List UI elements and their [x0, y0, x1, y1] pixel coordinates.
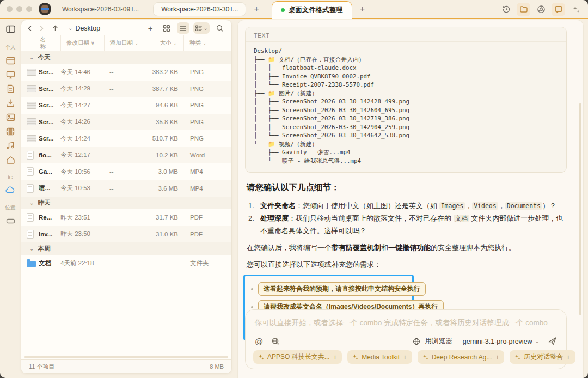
- applications-icon[interactable]: [6, 53, 15, 68]
- option-confirm-chinese-button[interactable]: 这看起来符合我的预期，请直接按此中文结构安全执行: [258, 282, 426, 296]
- doc-file-icon: [27, 184, 34, 193]
- combo-chip-media-toolkit[interactable]: Media Toolkit+: [347, 350, 412, 364]
- list-item: 1. 文件夹命名：您倾向于使用中文（如上图）还是英文（如 Images，Vide…: [248, 200, 567, 212]
- file-add: --: [104, 168, 148, 175]
- message-input[interactable]: 你可以直接开始，或者选择一个 combo 完成特定任务，或者将历史对话整理成一个…: [245, 309, 567, 369]
- add-icon[interactable]: +: [144, 22, 157, 34]
- file-row[interactable]: 喷...今天 10:53--3.6 MBMP4: [21, 180, 231, 197]
- pictures-icon[interactable]: [6, 110, 15, 124]
- item-count: 11 个项目: [29, 363, 54, 371]
- finder-card: ⌄ Desktop + ⌄ 名称 修改日期∨ 添加日期⌄: [21, 20, 232, 374]
- file-name: 喷...: [39, 184, 60, 192]
- file-row[interactable]: Scr...今天 14:29--387.7 KBPNG: [21, 81, 231, 97]
- confirm-heading: 请您确认以下几点细节：: [247, 182, 567, 193]
- sidebar-toggle-icon[interactable]: [6, 22, 15, 35]
- chat-icon[interactable]: [552, 3, 565, 16]
- new-tab-button-2[interactable]: +: [360, 5, 365, 14]
- folder-file-icon: [27, 261, 36, 267]
- file-size: 94.6 KB: [148, 102, 183, 108]
- group-header[interactable]: ⌄今天: [21, 51, 231, 64]
- tab-workspace-2[interactable]: Workspace-2026-03-30T...: [153, 2, 246, 16]
- horizontal-scrollbar[interactable]: [24, 356, 228, 358]
- file-row[interactable]: Ga...今天 10:56--3.0 MBMP4: [21, 163, 231, 180]
- file-size: 10.2 KB: [148, 152, 183, 158]
- file-row[interactable]: Inv...昨天 23:50--31.0 KBPDF: [21, 226, 231, 243]
- list-view-icon[interactable]: [177, 22, 189, 34]
- file-mod: 今天 10:56: [60, 168, 104, 176]
- file-mod: 4天前 22:18: [60, 259, 104, 267]
- grid-view-icon[interactable]: [161, 22, 173, 34]
- documents-icon[interactable]: [7, 82, 15, 96]
- file-mod: 今天 14:24: [60, 135, 104, 143]
- sparkles-icon[interactable]: [569, 3, 583, 16]
- downloads-icon[interactable]: [6, 96, 15, 110]
- file-row[interactable]: Scr...今天 14:46--383.2 KBPNG: [21, 64, 231, 81]
- group-view-icon[interactable]: ⌄: [193, 22, 210, 34]
- new-tab-button[interactable]: +: [254, 5, 259, 14]
- chevron-down-icon: ⌄: [68, 25, 72, 31]
- file-row[interactable]: 文档4天前 22:18----文件夹: [21, 255, 231, 272]
- movies-icon[interactable]: [6, 124, 15, 138]
- column-date-added[interactable]: 添加日期⌄: [104, 35, 148, 51]
- mention-icon[interactable]: @: [255, 337, 263, 345]
- search-icon[interactable]: [213, 22, 226, 34]
- png-file-icon: [27, 85, 36, 92]
- sidebar-section-locations: 位置: [5, 204, 16, 211]
- file-mod: 今天 14:26: [60, 118, 104, 126]
- zoom-window-button[interactable]: [26, 6, 32, 12]
- send-icon[interactable]: [548, 337, 557, 346]
- group-header[interactable]: ⌄本周: [21, 242, 231, 255]
- main-area: 个人 iC 位置 ⌄ Desktop: [0, 19, 588, 378]
- tab-bar: Workspace-2026-03-09T... Workspace-2026-…: [0, 0, 588, 19]
- combo-chips: APPSO 科技长文共...+ Media Toolkit+ Deep Rese…: [253, 350, 575, 364]
- tab-workspace-1[interactable]: Workspace-2026-03-09T...: [62, 5, 139, 13]
- vertical-scrollbar[interactable]: [579, 103, 581, 315]
- sidebar-section-personal: 个人: [5, 44, 16, 51]
- column-name[interactable]: 名称: [26, 35, 60, 51]
- combo-chip-deep-research[interactable]: Deep Research Ag...+: [418, 350, 504, 364]
- input-right-controls: 用浏览器 gemini-3.1-pro-preview ⌄: [413, 337, 557, 346]
- group-header[interactable]: ⌄昨天: [21, 197, 231, 209]
- combo-chip-history[interactable]: 历史对话整合+: [510, 350, 575, 364]
- file-mod: 今天 14:29: [60, 84, 104, 93]
- file-size: 510.7 KB: [148, 135, 183, 142]
- list-number: 1.: [248, 200, 260, 212]
- chevron-down-icon: ⌄: [204, 25, 208, 31]
- column-size[interactable]: 大小⌄: [148, 35, 183, 51]
- tab-desktop-organize[interactable]: 桌面文件格式整理: [272, 1, 352, 19]
- combo-chip-appso[interactable]: APPSO 科技长文共...+: [253, 350, 342, 364]
- file-row[interactable]: Re...昨天 23:51--31.7 KBPDF: [21, 209, 231, 226]
- file-add: --: [104, 102, 148, 108]
- file-row[interactable]: Scr...今天 14:24--510.7 KBPNG: [21, 130, 231, 147]
- column-date-modified[interactable]: 修改日期∨: [60, 35, 104, 51]
- files-icon[interactable]: [517, 3, 530, 16]
- minimize-window-button[interactable]: [16, 6, 22, 12]
- use-browser-label[interactable]: 用浏览器: [425, 337, 452, 346]
- avatar[interactable]: [39, 3, 51, 15]
- code-block: TEXT Desktop/ ├── 📁 文档/（已存在，直接合并入内） │ ├─…: [245, 27, 567, 173]
- file-row[interactable]: Scr...今天 14:26--35.8 KBPNG: [21, 114, 231, 131]
- forward-icon[interactable]: [38, 25, 45, 32]
- list-item: 2. 处理深度：我们只移动当前桌面上的散落文件，不对已存在的 文档 文件夹内部做…: [248, 212, 567, 237]
- file-name: Scr...: [39, 135, 60, 142]
- desktop-icon[interactable]: [6, 68, 15, 82]
- music-icon[interactable]: [6, 138, 15, 153]
- close-window-button[interactable]: [7, 6, 13, 12]
- file-name: flo...: [39, 152, 60, 158]
- icloud-icon[interactable]: [5, 182, 15, 197]
- input-toolbar: @ 用浏览器 gemini-3.1-pro-preview ⌄: [255, 337, 557, 346]
- file-row[interactable]: flo...今天 12:17--10.2 KBWord: [21, 147, 231, 164]
- back-icon[interactable]: [27, 25, 33, 32]
- file-row[interactable]: Scr...今天 14:27--94.6 KBPNG: [21, 97, 231, 114]
- location-dropdown[interactable]: ⌄ Desktop: [68, 25, 100, 32]
- hard-drive-icon[interactable]: [6, 214, 15, 228]
- browser-icon[interactable]: [534, 3, 548, 16]
- choose-paragraph: 您可以直接选择以下选项或补充您的需求：: [247, 259, 567, 271]
- history-icon[interactable]: [499, 3, 513, 16]
- up-arrow-icon[interactable]: [52, 25, 59, 32]
- app-window: Workspace-2026-03-09T... Workspace-2026-…: [0, 0, 588, 378]
- home-icon[interactable]: [6, 153, 15, 167]
- model-selector[interactable]: gemini-3.1-pro-preview ⌄: [463, 338, 540, 345]
- column-kind[interactable]: 种类⌄: [183, 35, 231, 51]
- globe-plus-icon[interactable]: [271, 337, 280, 346]
